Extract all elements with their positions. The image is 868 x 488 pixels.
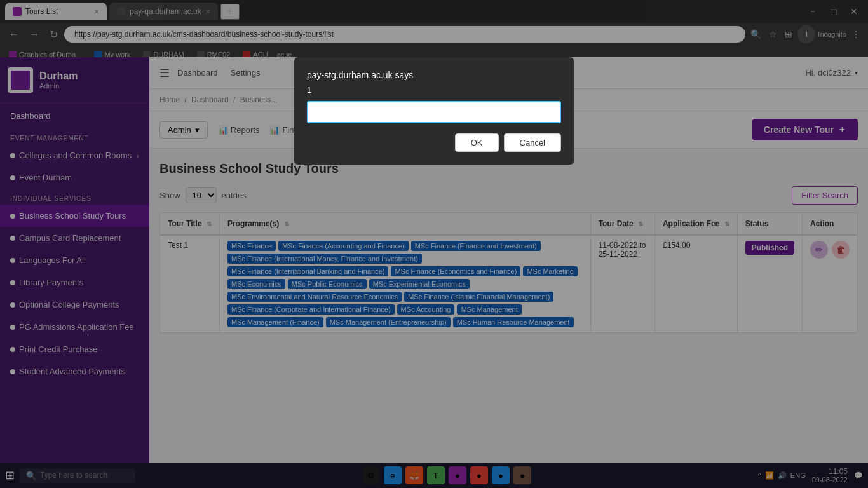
dialog-input[interactable] bbox=[307, 101, 561, 123]
dialog-title: pay-stg.durham.ac.uk says bbox=[307, 70, 561, 80]
dialog-buttons: OK Cancel bbox=[307, 133, 561, 152]
dialog-overlay: pay-stg.durham.ac.uk says 1 OK Cancel bbox=[0, 0, 868, 488]
dialog-ok-button[interactable]: OK bbox=[455, 133, 499, 152]
dialog-cancel-button[interactable]: Cancel bbox=[504, 133, 561, 152]
dialog-box: pay-stg.durham.ac.uk says 1 OK Cancel bbox=[294, 57, 574, 165]
dialog-number: 1 bbox=[307, 85, 561, 95]
